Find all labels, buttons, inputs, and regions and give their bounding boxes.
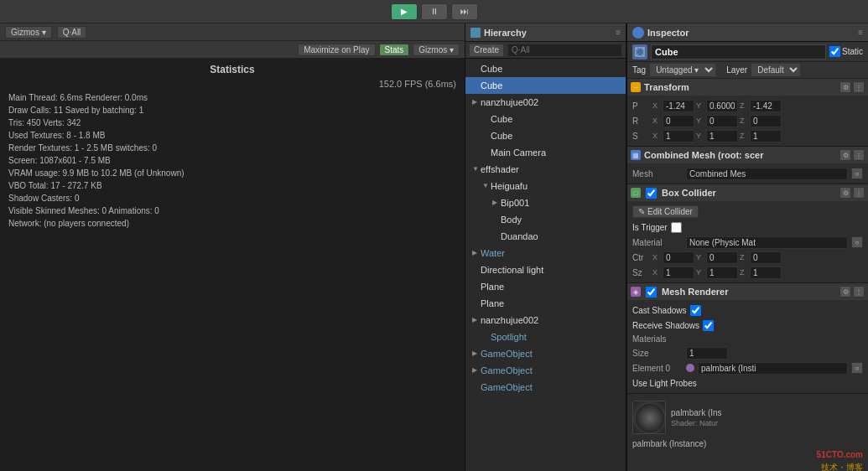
hierarchy-item-0[interactable]: Cube [465,60,626,77]
stats-button[interactable]: Stats [379,44,410,56]
element0-link[interactable]: ○ [851,362,863,374]
rot-z-input[interactable] [750,115,782,127]
h-label-7: Heiguafu [491,179,528,194]
renderer-enabled-checkbox[interactable] [646,287,657,298]
material-thumbnail-section: palmbark (Ins Shader: Natur palmbark (In… [627,394,868,471]
inspector-panel: Inspector ≡ Static Tag [626,23,868,471]
center-z-input[interactable] [750,251,782,264]
receive-shadows-checkbox[interactable] [703,320,714,331]
transform-header[interactable]: ↔ Transform ⚙ ⋮ [627,79,868,96]
collider-enabled-checkbox[interactable] [646,188,657,199]
pos-x-input[interactable] [663,100,694,112]
box-collider-header[interactable]: □ Box Collider ⚙ ⋮ [627,184,868,201]
renderer-more-btn[interactable]: ⋮ [853,286,865,298]
stats-render-textures: Render Textures: 1 - 2.5 MB switches: 0 [8,142,456,154]
maximize-on-play-button[interactable]: Maximize on Play [298,44,375,56]
hierarchy-item-15[interactable]: ▶nanzhujue002 [465,312,626,329]
materials-size-input[interactable] [686,347,728,360]
rot-y-input[interactable] [706,115,738,127]
pause-button[interactable]: ⏸ [421,3,448,20]
mesh-renderer-header[interactable]: ◈ Mesh Renderer ⚙ ⋮ [627,283,868,300]
hierarchy-panel: Hierarchy ≡ Create CubeCube▶nanzhujue002… [465,23,626,471]
combined-mesh-body: Mesh Combined Mes ○ [627,163,868,184]
gizmos-button[interactable]: Gizmos ▾ [5,26,52,39]
hierarchy-item-3[interactable]: Cube [465,111,626,127]
gizmos2-button[interactable]: Gizmos ▾ [413,44,460,56]
box-collider-title: Box Collider [662,188,836,198]
hierarchy-create-button[interactable]: Create [469,44,504,57]
hierarchy-search-input[interactable] [507,44,622,57]
h-label-5: Main Camera [491,145,546,160]
obj-icon [632,44,647,60]
transform-position-row: P X Y Z [632,98,863,113]
is-trigger-label: Is Trigger [632,223,668,232]
hierarchy-menu-icon[interactable]: ≡ [616,28,621,37]
is-trigger-checkbox[interactable] [671,222,682,233]
scale-y-input[interactable] [706,130,738,142]
hierarchy-item-8[interactable]: ▶Bip001 [465,194,626,211]
rot-x-input[interactable] [663,115,694,127]
tag-select[interactable]: Untagged ▾ [649,63,716,77]
hierarchy-item-7[interactable]: ▼Heiguafu [465,178,626,194]
inspector-title: Inspector [647,28,689,38]
material-name: palmbark (Ins [671,408,863,417]
stats-content: Statistics 152.0 FPS (6.6ms) Main Thread… [0,59,465,471]
layer-select[interactable]: Default [751,63,801,77]
cast-shadows-checkbox[interactable] [690,305,701,316]
h-label-19: GameObject [481,380,533,395]
receive-shadows-label: Receive Shadows [632,321,699,330]
hierarchy-item-6[interactable]: ▼effshader [465,161,626,178]
quality-button[interactable]: Q·All [57,26,87,39]
mesh-link-btn[interactable]: ○ [851,168,863,179]
center-y-input[interactable] [706,251,738,264]
h-arrow-8: ▶ [492,195,501,210]
inspector-menu-icon[interactable]: ≡ [858,28,863,37]
shader-label: Shader [671,419,695,427]
inspector-header: Inspector ≡ [627,23,868,42]
hierarchy-item-2[interactable]: ▶nanzhujue002 [465,94,626,111]
box-collider-body: ✎ Edit Collider Is Trigger Material None… [627,201,868,282]
collider-more-btn[interactable]: ⋮ [853,187,865,199]
pos-y-input[interactable] [706,100,738,112]
scale-z-input[interactable] [750,130,782,142]
static-checkbox[interactable] [829,46,840,57]
renderer-settings-btn[interactable]: ⚙ [839,286,851,298]
hierarchy-item-18[interactable]: ▶GameObject [465,362,626,379]
palmbark-label: palmbark (Instance) [632,437,863,450]
pos-z-input[interactable] [750,100,782,112]
combined-mesh-more-btn[interactable]: ⋮ [853,149,865,161]
obj-name-input[interactable] [651,44,826,60]
hierarchy-toolbar: Create [465,42,626,59]
collider-settings-btn[interactable]: ⚙ [839,187,851,199]
hierarchy-item-16[interactable]: Spotlight [465,329,626,345]
transform-settings-btn[interactable]: ⚙ [839,81,851,93]
size-z-input[interactable] [750,267,782,279]
transform-body: P X Y Z R X Y Z [627,96,868,146]
combined-mesh-section: ▦ Combined Mesh (root: scer ⚙ ⋮ Mesh Com… [627,147,868,184]
hierarchy-item-12[interactable]: Directional light [465,261,626,278]
edit-collider-button[interactable]: ✎ Edit Collider [632,205,699,218]
size-x-input[interactable] [663,267,694,279]
collider-material-link[interactable]: ○ [851,236,863,248]
transform-more-btn[interactable]: ⋮ [853,81,865,93]
step-button[interactable]: ⏭ [451,3,478,20]
hierarchy-item-17[interactable]: ▶GameObject [465,345,626,362]
top-toolbar: ▶ ⏸ ⏭ [0,0,868,23]
hierarchy-item-1[interactable]: Cube [465,77,626,94]
hierarchy-item-11[interactable]: ▶Water [465,245,626,261]
combined-mesh-settings-btn[interactable]: ⚙ [839,149,851,161]
hierarchy-item-5[interactable]: Main Camera [465,144,626,161]
size-y-input[interactable] [706,267,738,279]
h-label-8: Bip001 [501,195,529,210]
center-x-input[interactable] [663,251,694,264]
stats-main-thread: Main Thread: 6.6ms Renderer: 0.0ms [8,91,456,104]
hierarchy-item-9[interactable]: Body [465,211,626,228]
play-button[interactable]: ▶ [391,3,418,20]
scale-x-input[interactable] [663,130,694,142]
hierarchy-item-19[interactable]: GameObject [465,379,626,396]
hierarchy-item-13[interactable]: Plane [465,278,626,295]
combined-mesh-header[interactable]: ▦ Combined Mesh (root: scer ⚙ ⋮ [627,147,868,163]
hierarchy-item-14[interactable]: Plane [465,295,626,312]
hierarchy-item-10[interactable]: Duandao [465,228,626,245]
hierarchy-item-4[interactable]: Cube [465,127,626,144]
